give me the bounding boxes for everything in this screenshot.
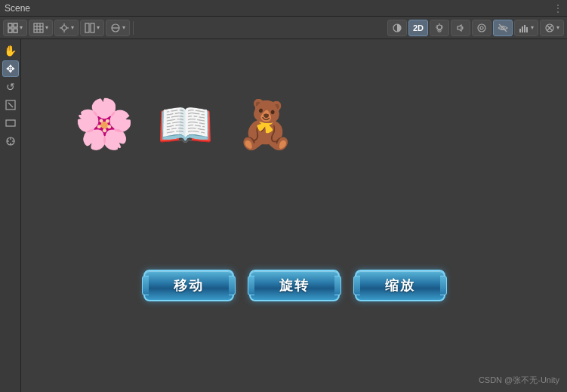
scale-button[interactable]: 缩放 <box>355 270 445 301</box>
svg-rect-4 <box>34 23 43 32</box>
svg-rect-35 <box>524 25 525 32</box>
tb-transform-btn[interactable]: ▾ <box>3 20 27 36</box>
svg-line-24 <box>437 25 438 26</box>
tb-effects-btn[interactable] <box>472 20 492 36</box>
tb-drop4-icon: ▾ <box>97 24 100 31</box>
rotate-tool-btn[interactable]: ↺ <box>2 79 19 95</box>
watermark-text: CSDN @张不无-Unity <box>479 375 559 384</box>
tb-stats-btn[interactable]: ▾ <box>514 20 538 36</box>
svg-rect-33 <box>519 29 521 32</box>
svg-rect-0 <box>8 23 12 27</box>
svg-line-27 <box>442 25 442 26</box>
tb-drop-icon: ▾ <box>20 24 23 31</box>
tb-light-btn[interactable] <box>430 20 449 36</box>
tb-audio-btn[interactable] <box>451 20 470 36</box>
flower-object[interactable]: 🌸 <box>74 100 134 148</box>
svg-rect-42 <box>6 120 15 126</box>
rotate-button[interactable]: 旋转 <box>249 270 340 301</box>
scene-container: ✋ ✥ ↺ 🌸 📖 🧸 移动 旋转 <box>0 39 567 392</box>
svg-point-30 <box>480 26 483 29</box>
tb-drop3-icon: ▾ <box>71 24 74 31</box>
tb-2d-label: 2D <box>413 23 424 32</box>
svg-rect-15 <box>91 23 94 32</box>
watermark: CSDN @张不无-Unity <box>479 375 559 386</box>
hand-tool-btn[interactable]: ✋ <box>2 42 19 59</box>
title-bar: Scene ⋮ <box>0 0 567 17</box>
svg-line-25 <box>442 28 442 29</box>
scale-tool-btn[interactable] <box>2 97 19 113</box>
scene-title: Scene <box>5 3 30 14</box>
svg-line-26 <box>437 28 438 29</box>
tb-shading-btn[interactable] <box>387 20 407 36</box>
move-tool-btn[interactable]: ✥ <box>2 60 19 77</box>
tb-grid-btn[interactable]: ▾ <box>29 20 53 36</box>
tb-drop2-icon: ▾ <box>45 24 48 31</box>
tb-view-btn[interactable]: ▾ <box>80 20 104 36</box>
tb-drop5-icon: ▾ <box>122 24 125 31</box>
toolbar-sep1 <box>133 21 134 35</box>
rect-tool-btn[interactable] <box>2 115 19 131</box>
tb-drop6-icon: ▾ <box>531 24 534 31</box>
svg-rect-14 <box>85 23 89 32</box>
svg-rect-1 <box>14 23 17 27</box>
bear-object[interactable]: 🧸 <box>236 101 294 148</box>
rotate-button-label: 旋转 <box>279 276 310 295</box>
tb-drop7-icon: ▾ <box>556 24 559 31</box>
action-buttons-area: 移动 旋转 缩放 <box>143 270 445 301</box>
book-object[interactable]: 📖 <box>157 103 214 148</box>
scene-main: 🌸 📖 🧸 移动 旋转 缩放 CSDN @张不无-Unity <box>21 39 567 392</box>
scene-toolbar: ▾ ▾ ▾ ▾ ▾ 2D ▾ ▾ <box>0 17 567 39</box>
tb-gizmo-btn[interactable]: ▾ <box>106 20 130 36</box>
tb-2d-btn[interactable]: 2D <box>408 20 428 36</box>
svg-point-29 <box>478 24 485 32</box>
svg-line-41 <box>8 103 13 107</box>
transform-tool-btn[interactable] <box>2 133 19 150</box>
tb-snap-btn[interactable]: ▾ <box>54 20 79 36</box>
scale-button-label: 缩放 <box>385 276 415 295</box>
tb-hide-btn[interactable] <box>493 20 513 36</box>
svg-point-9 <box>62 26 66 30</box>
left-panel: ✋ ✥ ↺ <box>0 39 21 392</box>
svg-rect-36 <box>526 27 528 32</box>
objects-area: 🌸 📖 🧸 <box>74 100 294 148</box>
svg-rect-2 <box>8 29 12 32</box>
svg-line-32 <box>499 24 507 32</box>
svg-point-19 <box>437 25 442 29</box>
svg-rect-3 <box>14 29 17 32</box>
move-button-label: 移动 <box>174 276 204 295</box>
title-menu-icon[interactable]: ⋮ <box>553 3 562 14</box>
move-button[interactable]: 移动 <box>143 270 234 301</box>
tb-gizmos-btn[interactable]: ▾ <box>540 20 564 36</box>
svg-rect-34 <box>522 26 523 32</box>
